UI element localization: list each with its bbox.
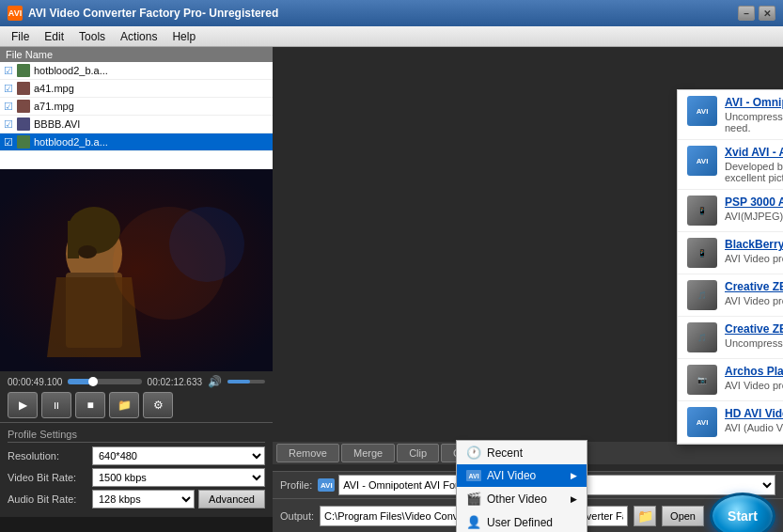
user-defined-icon: 👤 <box>466 515 481 529</box>
format-submenu: AVI AVI - Omnipotent AVI Format(*.avi) U… <box>677 89 783 445</box>
dropdown-other-video[interactable]: 🎬 Other Video ▶ <box>457 487 587 510</box>
output-label: Output: <box>280 510 314 522</box>
file-item-selected[interactable]: ☑ hotblood2_b.a... <box>0 133 273 151</box>
settings-button[interactable]: ⚙ <box>143 392 173 418</box>
title-controls: – ✕ <box>738 6 775 21</box>
stop-button[interactable]: ■ <box>75 392 105 418</box>
menu-file[interactable]: File <box>4 28 37 45</box>
pause-button[interactable]: ⏸ <box>41 392 71 418</box>
profile-icon: AVI <box>318 478 335 492</box>
format-icon-hd: AVI <box>687 407 717 437</box>
menu-tools[interactable]: Tools <box>71 28 113 45</box>
tab-merge[interactable]: Merge <box>341 444 395 462</box>
svg-point-5 <box>78 245 97 258</box>
video-preview <box>0 169 273 371</box>
format-icon-avi: AVI <box>687 96 717 126</box>
open-button[interactable]: Open <box>662 506 704 526</box>
file-list-section: File Name ☑ hotblood2_b.a... ☑ a41.mpg ☑ <box>0 47 273 169</box>
volume-icon: 🔊 <box>208 375 222 388</box>
format-item[interactable]: AVI HD AVI Video(*.avi) AVI (Audio Video… <box>678 401 783 444</box>
app-window: AVI AVI Video Converter Factory Pro- Unr… <box>0 0 783 532</box>
format-item[interactable]: AVI Xvid AVI - Audio Video Interleaved(X… <box>678 140 783 190</box>
format-icon-bb: 📱 <box>687 238 717 268</box>
format-item[interactable]: 📱 PSP 3000 AVI Video(*.avi) AVI(MJPEG) V… <box>678 190 783 232</box>
format-item[interactable]: 📷 Archos Player Video(*.avi) AVI Video p… <box>678 359 783 401</box>
menu-edit[interactable]: Edit <box>37 28 71 45</box>
file-item[interactable]: ☑ a71.mpg <box>0 98 273 116</box>
resolution-label: Resolution: <box>8 450 92 462</box>
video-placeholder <box>0 169 273 371</box>
browse-button[interactable]: 📁 <box>634 506 656 526</box>
profile-settings-title: Profile Settings <box>8 429 265 443</box>
file-item[interactable]: ☑ a41.mpg <box>0 80 273 98</box>
submenu-arrow-2: ▶ <box>571 494 577 504</box>
format-text: Xvid AVI - Audio Video Interleaved(Xvid)… <box>725 146 783 183</box>
left-column: File Name ☑ hotblood2_b.a... ☑ a41.mpg ☑ <box>0 47 273 532</box>
menu-actions[interactable]: Actions <box>113 28 164 45</box>
format-icon-zen: 🎵 <box>687 280 717 310</box>
profile-settings: Profile Settings Resolution: 640*480 Vid… <box>0 422 273 517</box>
video-character <box>0 169 273 371</box>
dropdown-recent[interactable]: 🕐 Recent <box>457 441 587 464</box>
video-bitrate-label: Video Bit Rate: <box>8 472 92 483</box>
close-button[interactable]: ✕ <box>759 6 775 21</box>
playback-controls: ▶ ⏸ ■ 📁 ⚙ <box>8 392 265 418</box>
format-text: BlackBerry AVI series(*.avi) AVI Video p… <box>725 238 783 264</box>
file-list-panel: ☑ hotblood2_b.a... ☑ a41.mpg ☑ a71.mpg <box>0 62 273 169</box>
file-item[interactable]: ☑ BBBB.AVI <box>0 116 273 133</box>
profile-label: Profile: <box>280 479 312 491</box>
time-bar: 00:00:49.100 00:02:12.633 🔊 <box>8 375 265 388</box>
app-title: AVI Video Converter Factory Pro- Unregis… <box>28 7 278 20</box>
resolution-select[interactable]: 640*480 <box>92 446 265 465</box>
advanced-button[interactable]: Advanced <box>198 490 265 509</box>
format-text: Creative ZEN VPLUS AVI(*.avi) Uncompress… <box>725 322 783 349</box>
format-text: Creative ZEN Player Video(*.avi) AVI Vid… <box>725 280 783 306</box>
start-button[interactable]: Start <box>710 493 775 533</box>
time-current: 00:00:49.100 <box>8 377 62 387</box>
video-bitrate-select[interactable]: 1500 kbps <box>92 468 265 487</box>
format-text: Archos Player Video(*.avi) AVI Video pro… <box>725 365 783 391</box>
folder-button[interactable]: 📁 <box>109 392 139 418</box>
svg-point-8 <box>169 207 244 282</box>
volume-bar[interactable] <box>227 380 265 383</box>
format-text: AVI - Omnipotent AVI Format(*.avi) Uncom… <box>725 96 783 133</box>
dropdown-avi-video[interactable]: AVI AVI Video ▶ <box>457 464 587 487</box>
main-dropdown-menu: 🕐 Recent AVI AVI Video ▶ 🎬 Other Video ▶… <box>456 440 587 532</box>
tab-remove[interactable]: Remove <box>276 444 339 462</box>
title-bar-left: AVI AVI Video Converter Factory Pro- Unr… <box>8 6 278 21</box>
resolution-row: Resolution: 640*480 <box>8 446 265 465</box>
format-text: HD AVI Video(*.avi) AVI (Audio Video Int… <box>725 407 783 433</box>
right-column: Remove Merge Clip Crop Effect Profile: A… <box>273 47 783 532</box>
title-bar: AVI AVI Video Converter Factory Pro- Unr… <box>0 0 783 26</box>
time-total: 00:02:12.633 <box>148 377 202 387</box>
tab-clip[interactable]: Clip <box>397 444 439 462</box>
other-video-icon: 🎬 <box>466 492 481 506</box>
format-icon-psp: 📱 <box>687 196 717 226</box>
submenu-arrow: ▶ <box>571 471 577 480</box>
format-item[interactable]: 📱 BlackBerry AVI series(*.avi) AVI Video… <box>678 232 783 274</box>
video-bitrate-row: Video Bit Rate: 1500 kbps <box>8 468 265 487</box>
format-icon-archos: 📷 <box>687 365 717 395</box>
audio-bitrate-row: Audio Bit Rate: 128 kbps Advanced <box>8 490 265 509</box>
avi-menu-icon: AVI <box>466 470 481 481</box>
menu-bar: File Edit Tools Actions Help <box>0 26 783 47</box>
progress-thumb <box>88 377 98 386</box>
minimize-button[interactable]: – <box>738 6 755 21</box>
menu-help[interactable]: Help <box>164 28 203 45</box>
dropdown-user-defined[interactable]: 👤 User Defined <box>457 510 587 532</box>
recent-icon: 🕐 <box>466 446 481 460</box>
app-icon: AVI <box>8 6 23 21</box>
audio-bitrate-label: Audio Bit Rate: <box>8 493 92 505</box>
progress-bar[interactable] <box>68 379 141 384</box>
format-item[interactable]: AVI AVI - Omnipotent AVI Format(*.avi) U… <box>678 90 783 140</box>
format-text: PSP 3000 AVI Video(*.avi) AVI(MJPEG) Vid… <box>725 196 783 222</box>
play-button[interactable]: ▶ <box>8 392 38 418</box>
audio-bitrate-select[interactable]: 128 kbps <box>92 490 195 509</box>
format-icon-zen-vplus: 🎵 <box>687 322 717 352</box>
file-list-header: File Name <box>0 47 273 62</box>
format-item[interactable]: 🎵 Creative ZEN VPLUS AVI(*.avi) Uncompre… <box>678 317 783 359</box>
format-icon-xvid: AVI <box>687 146 717 176</box>
svg-rect-4 <box>68 221 79 258</box>
format-item[interactable]: 🎵 Creative ZEN Player Video(*.avi) AVI V… <box>678 274 783 317</box>
file-item[interactable]: ☑ hotblood2_b.a... <box>0 62 273 80</box>
